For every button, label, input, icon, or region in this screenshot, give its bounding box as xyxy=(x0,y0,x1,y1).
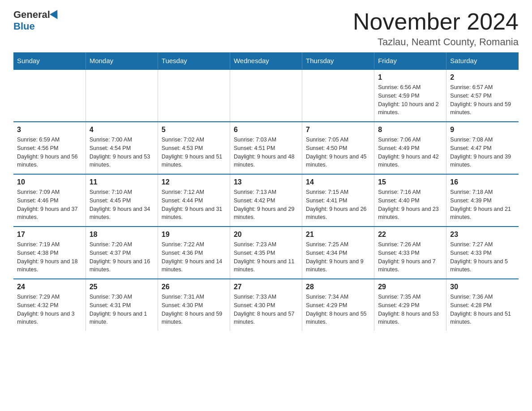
logo-blue-text: Blue xyxy=(13,21,35,32)
day-info: Sunrise: 6:57 AMSunset: 4:57 PMDaylight:… xyxy=(450,83,515,117)
calendar-cell: 10Sunrise: 7:09 AMSunset: 4:46 PMDayligh… xyxy=(13,174,86,227)
day-number: 13 xyxy=(234,178,298,186)
calendar-cell: 9Sunrise: 7:08 AMSunset: 4:47 PMDaylight… xyxy=(446,122,519,174)
day-info: Sunrise: 7:34 AMSunset: 4:29 PMDaylight:… xyxy=(306,293,370,326)
day-info: Sunrise: 7:13 AMSunset: 4:42 PMDaylight:… xyxy=(234,188,298,222)
day-number: 9 xyxy=(450,126,515,134)
calendar-table: SundayMondayTuesdayWednesdayThursdayFrid… xyxy=(13,52,519,331)
calendar-cell: 13Sunrise: 7:13 AMSunset: 4:42 PMDayligh… xyxy=(230,174,302,227)
day-info: Sunrise: 7:15 AMSunset: 4:41 PMDaylight:… xyxy=(306,188,370,222)
calendar-cell: 14Sunrise: 7:15 AMSunset: 4:41 PMDayligh… xyxy=(302,174,374,227)
weekday-header-wednesday: Wednesday xyxy=(230,52,302,69)
calendar-cell: 5Sunrise: 7:02 AMSunset: 4:53 PMDaylight… xyxy=(158,122,230,174)
weekday-header-monday: Monday xyxy=(86,52,158,69)
calendar-cell: 11Sunrise: 7:10 AMSunset: 4:45 PMDayligh… xyxy=(86,174,158,227)
day-info: Sunrise: 7:36 AMSunset: 4:28 PMDaylight:… xyxy=(450,293,515,326)
calendar-cell: 7Sunrise: 7:05 AMSunset: 4:50 PMDaylight… xyxy=(302,122,374,174)
weekday-header-thursday: Thursday xyxy=(302,52,374,69)
day-info: Sunrise: 7:29 AMSunset: 4:32 PMDaylight:… xyxy=(17,293,82,326)
day-info: Sunrise: 7:09 AMSunset: 4:46 PMDaylight:… xyxy=(17,188,82,222)
calendar-cell xyxy=(230,69,302,122)
day-info: Sunrise: 6:59 AMSunset: 4:56 PMDaylight:… xyxy=(17,136,82,169)
day-info: Sunrise: 7:08 AMSunset: 4:47 PMDaylight:… xyxy=(450,136,515,169)
day-info: Sunrise: 7:18 AMSunset: 4:39 PMDaylight:… xyxy=(450,188,515,222)
calendar-week-row: 10Sunrise: 7:09 AMSunset: 4:46 PMDayligh… xyxy=(13,174,519,227)
calendar-cell: 15Sunrise: 7:16 AMSunset: 4:40 PMDayligh… xyxy=(374,174,446,227)
day-number: 25 xyxy=(90,283,154,291)
calendar-cell: 16Sunrise: 7:18 AMSunset: 4:39 PMDayligh… xyxy=(446,174,519,227)
day-info: Sunrise: 7:35 AMSunset: 4:29 PMDaylight:… xyxy=(378,293,442,326)
calendar-week-row: 1Sunrise: 6:56 AMSunset: 4:59 PMDaylight… xyxy=(13,69,519,122)
day-info: Sunrise: 7:10 AMSunset: 4:45 PMDaylight:… xyxy=(90,188,154,222)
day-info: Sunrise: 7:05 AMSunset: 4:50 PMDaylight:… xyxy=(306,136,370,169)
calendar-cell: 24Sunrise: 7:29 AMSunset: 4:32 PMDayligh… xyxy=(13,279,86,331)
day-info: Sunrise: 7:33 AMSunset: 4:30 PMDaylight:… xyxy=(234,293,298,326)
day-number: 27 xyxy=(234,283,298,291)
calendar-cell: 6Sunrise: 7:03 AMSunset: 4:51 PMDaylight… xyxy=(230,122,302,174)
day-number: 28 xyxy=(306,283,370,291)
day-info: Sunrise: 7:19 AMSunset: 4:38 PMDaylight:… xyxy=(17,240,82,274)
month-title: November 2024 xyxy=(353,9,519,34)
calendar-cell: 3Sunrise: 6:59 AMSunset: 4:56 PMDaylight… xyxy=(13,122,86,174)
weekday-header-saturday: Saturday xyxy=(446,52,519,69)
calendar-cell: 29Sunrise: 7:35 AMSunset: 4:29 PMDayligh… xyxy=(374,279,446,331)
day-number: 18 xyxy=(90,231,154,239)
day-info: Sunrise: 7:16 AMSunset: 4:40 PMDaylight:… xyxy=(378,188,442,222)
calendar-cell xyxy=(158,69,230,122)
day-number: 8 xyxy=(378,126,442,134)
weekday-header-tuesday: Tuesday xyxy=(158,52,230,69)
day-number: 17 xyxy=(17,231,82,239)
day-number: 23 xyxy=(450,231,515,239)
day-info: Sunrise: 7:20 AMSunset: 4:37 PMDaylight:… xyxy=(90,240,154,274)
day-info: Sunrise: 7:02 AMSunset: 4:53 PMDaylight:… xyxy=(162,136,226,169)
day-info: Sunrise: 7:26 AMSunset: 4:33 PMDaylight:… xyxy=(378,240,442,274)
weekday-header-sunday: Sunday xyxy=(13,52,86,69)
day-info: Sunrise: 7:03 AMSunset: 4:51 PMDaylight:… xyxy=(234,136,298,169)
day-info: Sunrise: 7:06 AMSunset: 4:49 PMDaylight:… xyxy=(378,136,442,169)
calendar-cell: 22Sunrise: 7:26 AMSunset: 4:33 PMDayligh… xyxy=(374,227,446,279)
calendar-cell: 18Sunrise: 7:20 AMSunset: 4:37 PMDayligh… xyxy=(86,227,158,279)
day-info: Sunrise: 7:12 AMSunset: 4:44 PMDaylight:… xyxy=(162,188,226,222)
calendar-header-row: SundayMondayTuesdayWednesdayThursdayFrid… xyxy=(13,52,519,69)
day-number: 12 xyxy=(162,178,226,186)
day-number: 24 xyxy=(17,283,82,291)
calendar-week-row: 17Sunrise: 7:19 AMSunset: 4:38 PMDayligh… xyxy=(13,227,519,279)
calendar-cell xyxy=(302,69,374,122)
calendar-cell xyxy=(13,69,86,122)
logo-arrow-icon xyxy=(50,10,61,21)
calendar-week-row: 24Sunrise: 7:29 AMSunset: 4:32 PMDayligh… xyxy=(13,279,519,331)
day-info: Sunrise: 7:31 AMSunset: 4:30 PMDaylight:… xyxy=(162,293,226,326)
location-title: Tazlau, Neamt County, Romania xyxy=(353,36,519,48)
day-number: 6 xyxy=(234,126,298,134)
day-info: Sunrise: 7:27 AMSunset: 4:33 PMDaylight:… xyxy=(450,240,515,274)
calendar-cell xyxy=(86,69,158,122)
calendar-cell: 1Sunrise: 6:56 AMSunset: 4:59 PMDaylight… xyxy=(374,69,446,122)
calendar-cell: 2Sunrise: 6:57 AMSunset: 4:57 PMDaylight… xyxy=(446,69,519,122)
day-info: Sunrise: 7:30 AMSunset: 4:31 PMDaylight:… xyxy=(90,293,154,326)
day-number: 1 xyxy=(378,73,442,81)
calendar-cell: 12Sunrise: 7:12 AMSunset: 4:44 PMDayligh… xyxy=(158,174,230,227)
calendar-cell: 25Sunrise: 7:30 AMSunset: 4:31 PMDayligh… xyxy=(86,279,158,331)
day-number: 10 xyxy=(17,178,82,186)
day-info: Sunrise: 7:00 AMSunset: 4:54 PMDaylight:… xyxy=(90,136,154,169)
calendar-cell: 20Sunrise: 7:23 AMSunset: 4:35 PMDayligh… xyxy=(230,227,302,279)
calendar-cell: 17Sunrise: 7:19 AMSunset: 4:38 PMDayligh… xyxy=(13,227,86,279)
calendar-cell: 21Sunrise: 7:25 AMSunset: 4:34 PMDayligh… xyxy=(302,227,374,279)
day-number: 7 xyxy=(306,126,370,134)
calendar-cell: 8Sunrise: 7:06 AMSunset: 4:49 PMDaylight… xyxy=(374,122,446,174)
day-number: 26 xyxy=(162,283,226,291)
day-number: 20 xyxy=(234,231,298,239)
calendar-cell: 26Sunrise: 7:31 AMSunset: 4:30 PMDayligh… xyxy=(158,279,230,331)
day-info: Sunrise: 7:23 AMSunset: 4:35 PMDaylight:… xyxy=(234,240,298,274)
logo-general-text: General xyxy=(13,9,50,21)
calendar-cell: 4Sunrise: 7:00 AMSunset: 4:54 PMDaylight… xyxy=(86,122,158,174)
day-number: 4 xyxy=(90,126,154,134)
calendar-week-row: 3Sunrise: 6:59 AMSunset: 4:56 PMDaylight… xyxy=(13,122,519,174)
day-number: 16 xyxy=(450,178,515,186)
day-number: 29 xyxy=(378,283,442,291)
day-number: 2 xyxy=(450,73,515,81)
day-number: 22 xyxy=(378,231,442,239)
day-number: 19 xyxy=(162,231,226,239)
page-header: General Blue November 2024 Tazlau, Neamt… xyxy=(13,9,519,48)
day-info: Sunrise: 7:22 AMSunset: 4:36 PMDaylight:… xyxy=(162,240,226,274)
